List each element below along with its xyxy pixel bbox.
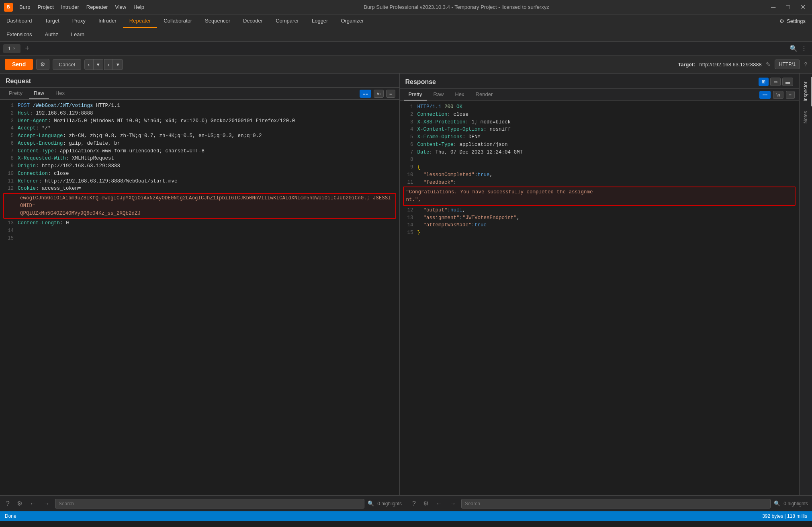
tab-proxy[interactable]: Proxy (66, 14, 92, 28)
response-tool-menu[interactable]: ≡ (786, 91, 795, 99)
target-url: http://192.168.63.129:8888 (699, 62, 761, 68)
close-button[interactable]: ✕ (798, 2, 808, 12)
forward-button[interactable]: › (104, 59, 113, 70)
response-view-tab[interactable]: ▬ (782, 78, 793, 86)
response-tabs: Pretty Raw Hex Render ≡≡ \n ≡ (400, 89, 799, 101)
request-tool-menu[interactable]: ≡ (386, 90, 395, 98)
resp-line-9: 9 { (400, 164, 799, 171)
target-info: Target: http://192.168.63.129:8888 ✎ HTT… (678, 59, 807, 69)
request-tab-raw[interactable]: Raw (29, 88, 49, 99)
tab-bar: 1 × + 🔍 ⋮ (0, 42, 812, 55)
req-line-17: 15 (0, 235, 399, 242)
response-search-input[interactable] (461, 499, 771, 509)
response-tab-hex[interactable]: Hex (450, 89, 469, 100)
tab-extensions[interactable]: Extensions (0, 28, 39, 41)
req-line-5: 5 Accept-Language: zh-CN, zh;q=0.8, zh-T… (0, 132, 399, 140)
tab-search-icon[interactable]: 🔍 (788, 43, 799, 54)
notes-tab[interactable]: Notes (800, 106, 812, 128)
tab-sequencer[interactable]: Sequencer (198, 14, 237, 28)
cookie-value-line2: QPQiUZxMn5G4OZE4OMVy9Q6c04Kz_ss_2XQb2dZJ (20, 210, 141, 217)
tab-intruder[interactable]: Intruder (92, 14, 123, 28)
target-edit-icon[interactable]: ✎ (766, 61, 771, 68)
tab-comparer[interactable]: Comparer (269, 14, 305, 28)
back-button[interactable]: ‹ (84, 59, 93, 70)
response-tool-pretty[interactable]: ≡≡ (759, 91, 771, 99)
tab-target[interactable]: Target (39, 14, 66, 28)
menu-view[interactable]: View (115, 4, 126, 10)
settings-icon: ⚙ (779, 18, 784, 24)
request-title: Request (6, 78, 31, 84)
resp-forward-icon[interactable]: → (448, 499, 458, 509)
tab-close-icon[interactable]: × (13, 46, 16, 51)
resp-line-14: 14 "attemptWasMade":true (400, 221, 799, 229)
resp-help-icon[interactable]: ? (410, 499, 418, 509)
resp-line-3: 3 X-XSS-Protection: 1; mode=block (400, 119, 799, 126)
req-line-8: 8 X-Requested-With: XMLHttpRequest (0, 155, 399, 162)
tab-logger[interactable]: Logger (305, 14, 334, 28)
request-tool-pretty[interactable]: ≡≡ (360, 90, 371, 98)
help-button[interactable]: ? (804, 61, 807, 68)
response-view-single[interactable]: ▭ (770, 78, 781, 86)
response-tab-pretty[interactable]: Pretty (404, 89, 427, 100)
tab-label: 1 (8, 46, 11, 51)
burp-logo: B (4, 3, 13, 12)
request-tool-newline[interactable]: \n (374, 90, 384, 98)
tab-organizer[interactable]: Organizer (334, 14, 370, 28)
send-button[interactable]: Send (5, 59, 33, 70)
req-forward-icon[interactable]: → (41, 499, 52, 509)
back-dropdown-button[interactable]: ▾ (93, 59, 103, 70)
response-tab-render[interactable]: Render (471, 89, 498, 100)
resp-line-7: 7 Date: Thu, 07 Dec 2023 12:24:04 GMT (400, 149, 799, 156)
response-highlights-badge: 0 highlights (783, 501, 808, 506)
tab-decoder[interactable]: Decoder (237, 14, 269, 28)
inspector-tab[interactable]: Inspector (800, 77, 812, 106)
menu-project[interactable]: Project (37, 4, 53, 10)
maximize-button[interactable]: □ (783, 3, 792, 12)
cancel-button[interactable]: Cancel (53, 59, 81, 70)
tab-more-icon[interactable]: ⋮ (799, 43, 809, 54)
response-code-area[interactable]: 1 HTTP/1.1 200 OK 2 Connection: close 3 … (400, 101, 799, 495)
settings-tab[interactable]: ⚙ Settings (773, 15, 812, 27)
response-tool-newline[interactable]: \n (773, 91, 783, 99)
response-view-split[interactable]: ⊞ (759, 78, 769, 86)
req-line-11: 11 Referer: http://192.168.63.129:8888/W… (0, 178, 399, 185)
menu-intruder[interactable]: Intruder (61, 4, 79, 10)
req-line-1: 1 POST /WebGoat/JWT/votings HTTP/1.1 (0, 102, 399, 110)
response-bottom-panel: ? ⚙ ← → 🔍 0 highlights (406, 498, 812, 509)
req-line-6: 6 Accept-Encoding: gzip, deflate, br (0, 140, 399, 148)
request-search-icon: 🔍 (368, 500, 374, 506)
resp-line-6: 6 Content-Type: application/json (400, 141, 799, 149)
http-version-selector[interactable]: HTTP/1 (775, 59, 800, 69)
tab-authz[interactable]: Authz (39, 28, 65, 41)
tab-collaborator[interactable]: Collaborator (157, 14, 198, 28)
req-line-16: 14 (0, 227, 399, 235)
bottom-bar: ? ⚙ ← → 🔍 0 highlights ? ⚙ ← → 🔍 0 highl… (0, 495, 812, 511)
send-settings-button[interactable]: ⚙ (36, 59, 49, 70)
repeater-tab-1[interactable]: 1 × (3, 44, 20, 53)
tab-repeater[interactable]: Repeater (123, 14, 157, 28)
menu-help[interactable]: Help (133, 4, 144, 10)
response-tab-raw[interactable]: Raw (428, 89, 448, 100)
cookie-highlight-box: ewogICJhbGciOiAibm9uZSIKfQ.ewogICJpYXQiO… (3, 193, 396, 219)
resp-settings-icon[interactable]: ⚙ (421, 498, 431, 509)
menu-burp[interactable]: Burp (19, 4, 30, 10)
req-back-icon[interactable]: ← (28, 499, 38, 509)
request-bottom-panel: ? ⚙ ← → 🔍 0 highlights (0, 498, 406, 509)
tab-learn[interactable]: Learn (65, 28, 91, 41)
request-header: Request (0, 74, 399, 88)
request-tab-pretty[interactable]: Pretty (4, 88, 27, 99)
req-settings-icon[interactable]: ⚙ (15, 498, 25, 509)
req-help-icon[interactable]: ? (4, 499, 12, 509)
request-tab-hex[interactable]: Hex (51, 88, 70, 99)
resp-back-icon[interactable]: ← (434, 499, 444, 509)
tab-dashboard[interactable]: Dashboard (0, 14, 39, 28)
minimize-button[interactable]: ─ (769, 3, 778, 12)
request-code-area[interactable]: 1 POST /WebGoat/JWT/votings HTTP/1.1 2 H… (0, 100, 399, 495)
req-line-7: 7 Content-Type: application/x-www-form-u… (0, 148, 399, 155)
req-line-4: 4 Accept: */* (0, 125, 399, 132)
request-search-input[interactable] (55, 499, 364, 509)
add-tab-button[interactable]: + (22, 43, 33, 53)
menu-repeater[interactable]: Repeater (86, 4, 108, 10)
forward-dropdown-button[interactable]: ▾ (113, 59, 123, 70)
req-line-9: 9 Origin: http://192.168.63.129:8888 (0, 162, 399, 170)
